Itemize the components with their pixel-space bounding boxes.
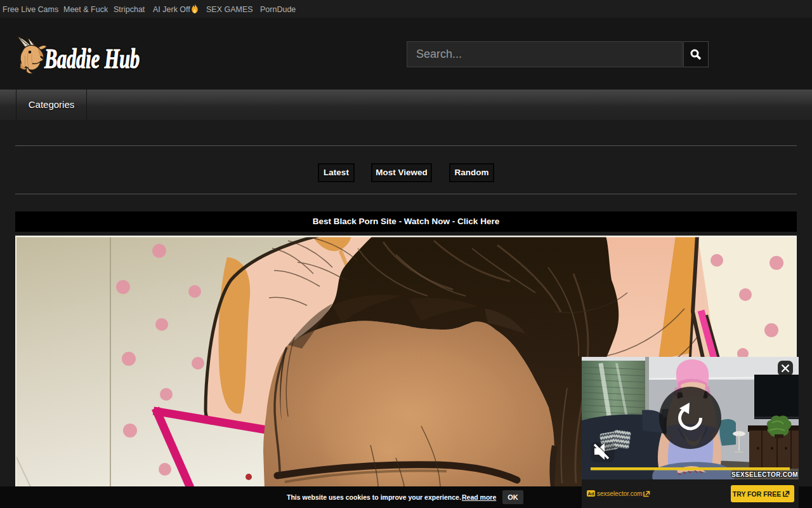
svg-text:Baddie Hub: Baddie Hub	[44, 43, 140, 74]
svg-text:TRY FOR FREE: TRY FOR FREE	[733, 490, 781, 498]
svg-text:Ad: Ad	[588, 491, 594, 497]
svg-text:sexselector.com: sexselector.com	[597, 490, 643, 497]
svg-text:SEXSELECTOR.COM: SEXSELECTOR.COM	[731, 471, 798, 478]
